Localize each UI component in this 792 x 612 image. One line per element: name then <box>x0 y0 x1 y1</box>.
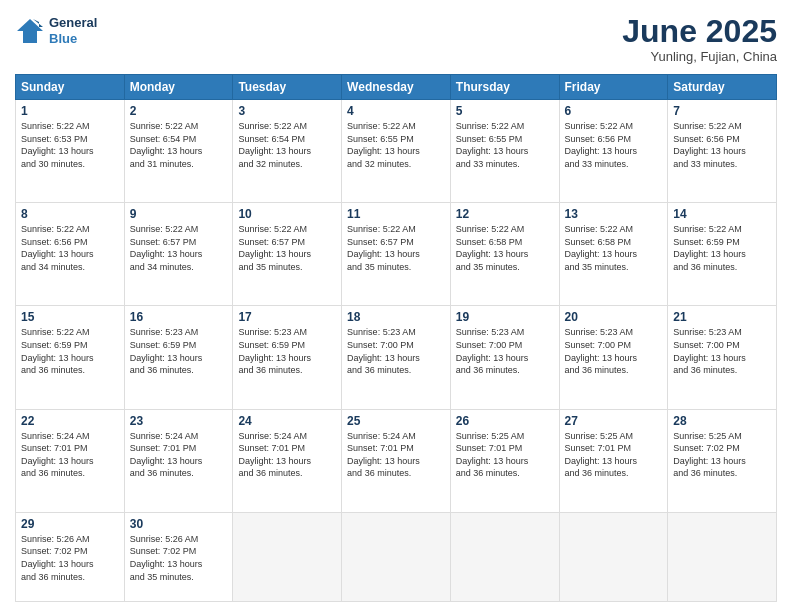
day-number: 25 <box>347 414 445 428</box>
day-info: Sunrise: 5:25 AM Sunset: 7:01 PM Dayligh… <box>565 430 663 480</box>
day-number: 26 <box>456 414 554 428</box>
calendar-cell: 29Sunrise: 5:26 AM Sunset: 7:02 PM Dayli… <box>16 512 125 601</box>
calendar-cell: 13Sunrise: 5:22 AM Sunset: 6:58 PM Dayli… <box>559 203 668 306</box>
day-info: Sunrise: 5:22 AM Sunset: 6:54 PM Dayligh… <box>130 120 228 170</box>
day-info: Sunrise: 5:22 AM Sunset: 6:55 PM Dayligh… <box>456 120 554 170</box>
location: Yunling, Fujian, China <box>622 49 777 64</box>
day-info: Sunrise: 5:22 AM Sunset: 6:53 PM Dayligh… <box>21 120 119 170</box>
calendar-cell: 21Sunrise: 5:23 AM Sunset: 7:00 PM Dayli… <box>668 306 777 409</box>
day-info: Sunrise: 5:22 AM Sunset: 6:54 PM Dayligh… <box>238 120 336 170</box>
calendar-cell: 9Sunrise: 5:22 AM Sunset: 6:57 PM Daylig… <box>124 203 233 306</box>
day-number: 1 <box>21 104 119 118</box>
calendar-cell: 12Sunrise: 5:22 AM Sunset: 6:58 PM Dayli… <box>450 203 559 306</box>
calendar-cell: 18Sunrise: 5:23 AM Sunset: 7:00 PM Dayli… <box>342 306 451 409</box>
logo-text: General Blue <box>49 15 97 46</box>
day-info: Sunrise: 5:22 AM Sunset: 6:56 PM Dayligh… <box>21 223 119 273</box>
day-info: Sunrise: 5:26 AM Sunset: 7:02 PM Dayligh… <box>21 533 119 583</box>
day-number: 5 <box>456 104 554 118</box>
day-number: 17 <box>238 310 336 324</box>
day-info: Sunrise: 5:23 AM Sunset: 6:59 PM Dayligh… <box>238 326 336 376</box>
day-info: Sunrise: 5:24 AM Sunset: 7:01 PM Dayligh… <box>130 430 228 480</box>
weekday-header-thursday: Thursday <box>450 75 559 100</box>
calendar-cell: 4Sunrise: 5:22 AM Sunset: 6:55 PM Daylig… <box>342 100 451 203</box>
day-info: Sunrise: 5:23 AM Sunset: 7:00 PM Dayligh… <box>565 326 663 376</box>
calendar-cell: 24Sunrise: 5:24 AM Sunset: 7:01 PM Dayli… <box>233 409 342 512</box>
calendar-week-2: 8Sunrise: 5:22 AM Sunset: 6:56 PM Daylig… <box>16 203 777 306</box>
day-info: Sunrise: 5:24 AM Sunset: 7:01 PM Dayligh… <box>21 430 119 480</box>
calendar-week-5: 29Sunrise: 5:26 AM Sunset: 7:02 PM Dayli… <box>16 512 777 601</box>
day-info: Sunrise: 5:22 AM Sunset: 6:58 PM Dayligh… <box>565 223 663 273</box>
calendar-cell <box>233 512 342 601</box>
day-info: Sunrise: 5:23 AM Sunset: 7:00 PM Dayligh… <box>456 326 554 376</box>
calendar-week-4: 22Sunrise: 5:24 AM Sunset: 7:01 PM Dayli… <box>16 409 777 512</box>
day-number: 3 <box>238 104 336 118</box>
calendar-cell: 16Sunrise: 5:23 AM Sunset: 6:59 PM Dayli… <box>124 306 233 409</box>
day-info: Sunrise: 5:23 AM Sunset: 6:59 PM Dayligh… <box>130 326 228 376</box>
calendar-body: 1Sunrise: 5:22 AM Sunset: 6:53 PM Daylig… <box>16 100 777 602</box>
day-number: 23 <box>130 414 228 428</box>
calendar-cell: 27Sunrise: 5:25 AM Sunset: 7:01 PM Dayli… <box>559 409 668 512</box>
calendar-cell: 7Sunrise: 5:22 AM Sunset: 6:56 PM Daylig… <box>668 100 777 203</box>
day-info: Sunrise: 5:25 AM Sunset: 7:01 PM Dayligh… <box>456 430 554 480</box>
day-number: 16 <box>130 310 228 324</box>
calendar-cell: 10Sunrise: 5:22 AM Sunset: 6:57 PM Dayli… <box>233 203 342 306</box>
header: General Blue June 2025 Yunling, Fujian, … <box>15 15 777 64</box>
title-area: June 2025 Yunling, Fujian, China <box>622 15 777 64</box>
calendar-cell: 19Sunrise: 5:23 AM Sunset: 7:00 PM Dayli… <box>450 306 559 409</box>
weekday-header-saturday: Saturday <box>668 75 777 100</box>
calendar-cell <box>668 512 777 601</box>
calendar-cell: 15Sunrise: 5:22 AM Sunset: 6:59 PM Dayli… <box>16 306 125 409</box>
calendar-week-1: 1Sunrise: 5:22 AM Sunset: 6:53 PM Daylig… <box>16 100 777 203</box>
day-info: Sunrise: 5:22 AM Sunset: 6:55 PM Dayligh… <box>347 120 445 170</box>
day-number: 10 <box>238 207 336 221</box>
day-number: 15 <box>21 310 119 324</box>
day-number: 24 <box>238 414 336 428</box>
calendar-cell: 30Sunrise: 5:26 AM Sunset: 7:02 PM Dayli… <box>124 512 233 601</box>
calendar-week-3: 15Sunrise: 5:22 AM Sunset: 6:59 PM Dayli… <box>16 306 777 409</box>
calendar-cell: 6Sunrise: 5:22 AM Sunset: 6:56 PM Daylig… <box>559 100 668 203</box>
day-number: 7 <box>673 104 771 118</box>
weekday-header-monday: Monday <box>124 75 233 100</box>
calendar-cell: 26Sunrise: 5:25 AM Sunset: 7:01 PM Dayli… <box>450 409 559 512</box>
day-info: Sunrise: 5:22 AM Sunset: 6:57 PM Dayligh… <box>238 223 336 273</box>
day-info: Sunrise: 5:23 AM Sunset: 7:00 PM Dayligh… <box>673 326 771 376</box>
day-number: 20 <box>565 310 663 324</box>
day-info: Sunrise: 5:24 AM Sunset: 7:01 PM Dayligh… <box>347 430 445 480</box>
calendar-cell <box>342 512 451 601</box>
day-number: 12 <box>456 207 554 221</box>
day-info: Sunrise: 5:22 AM Sunset: 6:56 PM Dayligh… <box>565 120 663 170</box>
calendar-table: SundayMondayTuesdayWednesdayThursdayFrid… <box>15 74 777 602</box>
calendar-cell: 23Sunrise: 5:24 AM Sunset: 7:01 PM Dayli… <box>124 409 233 512</box>
day-number: 6 <box>565 104 663 118</box>
day-number: 8 <box>21 207 119 221</box>
month-title: June 2025 <box>622 15 777 47</box>
calendar-cell <box>559 512 668 601</box>
day-number: 14 <box>673 207 771 221</box>
day-number: 18 <box>347 310 445 324</box>
day-number: 27 <box>565 414 663 428</box>
day-number: 2 <box>130 104 228 118</box>
day-info: Sunrise: 5:22 AM Sunset: 6:57 PM Dayligh… <box>347 223 445 273</box>
calendar-cell: 8Sunrise: 5:22 AM Sunset: 6:56 PM Daylig… <box>16 203 125 306</box>
calendar-cell: 28Sunrise: 5:25 AM Sunset: 7:02 PM Dayli… <box>668 409 777 512</box>
weekday-header-row: SundayMondayTuesdayWednesdayThursdayFrid… <box>16 75 777 100</box>
svg-marker-0 <box>17 19 43 43</box>
day-number: 9 <box>130 207 228 221</box>
calendar-cell: 11Sunrise: 5:22 AM Sunset: 6:57 PM Dayli… <box>342 203 451 306</box>
day-number: 4 <box>347 104 445 118</box>
day-number: 29 <box>21 517 119 531</box>
day-info: Sunrise: 5:22 AM Sunset: 6:59 PM Dayligh… <box>21 326 119 376</box>
day-number: 13 <box>565 207 663 221</box>
calendar-cell: 25Sunrise: 5:24 AM Sunset: 7:01 PM Dayli… <box>342 409 451 512</box>
day-number: 28 <box>673 414 771 428</box>
day-info: Sunrise: 5:22 AM Sunset: 6:57 PM Dayligh… <box>130 223 228 273</box>
weekday-header-friday: Friday <box>559 75 668 100</box>
calendar-cell: 2Sunrise: 5:22 AM Sunset: 6:54 PM Daylig… <box>124 100 233 203</box>
day-info: Sunrise: 5:25 AM Sunset: 7:02 PM Dayligh… <box>673 430 771 480</box>
weekday-header-tuesday: Tuesday <box>233 75 342 100</box>
day-info: Sunrise: 5:26 AM Sunset: 7:02 PM Dayligh… <box>130 533 228 583</box>
calendar-cell: 22Sunrise: 5:24 AM Sunset: 7:01 PM Dayli… <box>16 409 125 512</box>
calendar-cell: 20Sunrise: 5:23 AM Sunset: 7:00 PM Dayli… <box>559 306 668 409</box>
day-info: Sunrise: 5:22 AM Sunset: 6:59 PM Dayligh… <box>673 223 771 273</box>
calendar-cell: 3Sunrise: 5:22 AM Sunset: 6:54 PM Daylig… <box>233 100 342 203</box>
